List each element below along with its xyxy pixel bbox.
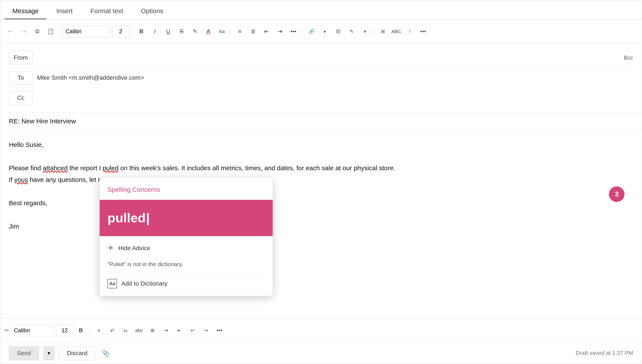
highlight2-dropdown-button[interactable]: ▾ [359, 26, 371, 37]
format-paste-button[interactable]: 📋 [45, 26, 57, 37]
highlight2-button[interactable]: ✎ [346, 26, 358, 37]
misspelled-word-2[interactable]: puled [103, 164, 119, 172]
separator-5 [374, 27, 374, 36]
misspelled-word-3[interactable]: yous [14, 176, 28, 183]
eye-icon: 👁 [108, 242, 114, 254]
bottom-format-clear-button[interactable]: abc [133, 325, 145, 336]
body-text-after: on this week's sales. It includes all me… [119, 164, 395, 172]
bottom-superscript-button[interactable]: x² [106, 325, 118, 336]
bottom-undo-button[interactable]: ↩ [187, 325, 198, 336]
bottom-redo-button[interactable]: ↪ [200, 325, 212, 336]
send-dropdown-button[interactable]: ▾ [43, 346, 55, 360]
to-value: Mike Smith <m.smith@addendive.com> [37, 74, 633, 81]
toolbar: ↩ ↪ ⧉ 📋 B I U S ✎ A Aa ≡ ≣ ⇤ ⇥ ••• 🔗 ▾ ⛓… [0, 20, 642, 44]
strikethrough-button[interactable]: S [176, 26, 187, 37]
format-painter-button[interactable]: Aa [216, 26, 228, 37]
from-field: From Bcc [9, 48, 633, 68]
to-button[interactable]: To [9, 71, 33, 85]
tab-bar: Message Insert Format text Options [0, 0, 642, 20]
bold-button[interactable]: B [136, 26, 147, 37]
hide-advice-label: Hide Advice [118, 243, 150, 254]
link-button[interactable]: 🔗 [305, 26, 317, 37]
to-field: To Mike Smith <m.smith@addendive.com> [9, 68, 633, 88]
spell-count-badge[interactable]: 3 [609, 186, 624, 202]
decrease-indent-button[interactable]: ⇤ [261, 26, 272, 37]
separator-4 [302, 27, 302, 36]
discard-button[interactable]: Discard [59, 346, 95, 360]
draft-status: Draft saved at 1:37 PM [576, 350, 633, 356]
unlink-button[interactable]: ⛓ [332, 26, 344, 37]
table-button[interactable]: ⊞ [377, 26, 389, 37]
undo-button[interactable]: ↩ [5, 26, 16, 37]
tab-format-text[interactable]: Format text [83, 4, 131, 19]
dictionary-icon: Aa [108, 279, 117, 288]
add-to-dictionary-button[interactable]: Aa Add to Dictionary [100, 273, 273, 296]
bottom-tab2-button[interactable]: ⇤ [173, 325, 185, 336]
toolbar-more-button[interactable]: ••• [417, 26, 429, 37]
pen-icon: ✏ [5, 327, 9, 334]
spelling-suggestion-button[interactable]: pulled | [100, 200, 273, 236]
highlight-button[interactable]: ✎ [189, 26, 201, 37]
from-button[interactable]: From [9, 51, 33, 64]
add-dictionary-label: Add to Dictionary [121, 278, 167, 289]
copy-button[interactable]: ⧉ [31, 26, 43, 37]
numbering-button[interactable]: ≣ [247, 26, 259, 37]
bottom-sep-1 [90, 326, 90, 335]
body-text-before-misspell1: Please find [9, 164, 43, 172]
spelling-popup-title: Spelling Concerns [100, 178, 273, 200]
underline-button[interactable]: U [162, 26, 174, 37]
italic-button[interactable]: I [149, 26, 161, 37]
email-header: From Bcc To Mike Smith <m.smith@addendiv… [0, 44, 642, 112]
attach-button[interactable]: 📎 [100, 347, 111, 359]
spelling-popup: Spelling Concerns pulled | 👁 Hide Advice… [100, 178, 273, 296]
body-text-if: If [9, 176, 14, 183]
cc-button[interactable]: Cc [9, 91, 33, 105]
misspelled-word-1[interactable]: attahced [43, 164, 68, 172]
font-size-input[interactable] [112, 26, 129, 37]
cc-field: Cc [9, 88, 633, 108]
tab-message[interactable]: Message [5, 4, 47, 19]
bottom-bold-button[interactable]: B [75, 325, 87, 336]
increase-indent-button[interactable]: ⇥ [274, 26, 286, 37]
footer: Send ▾ Discard 📎 Draft saved at 1:37 PM [0, 342, 642, 364]
bottom-align-button[interactable]: ≡ [93, 325, 105, 336]
link-dropdown-button[interactable]: ▾ [319, 26, 331, 37]
tab-insert[interactable]: Insert [49, 4, 81, 19]
separator-1 [60, 27, 60, 36]
bottom-font-input[interactable] [11, 325, 54, 336]
bottom-toolbar: ✏ B ≡ x² x₂ abc ⊞ ⇥ ⇤ ↩ ↪ ••• [0, 318, 642, 342]
bottom-more-button[interactable]: ••• [214, 325, 225, 336]
body-paragraph: Please find attahced the report I puled … [9, 162, 633, 174]
bottom-subscript-button[interactable]: x₂ [120, 325, 131, 336]
subject-line: RE: New Hire Interview [0, 112, 642, 130]
priority-button[interactable]: ! [404, 26, 416, 37]
send-button[interactable]: Send [9, 346, 39, 360]
suggestion-text: pulled [108, 206, 146, 230]
bottom-insert-button[interactable]: ⊞ [147, 325, 158, 336]
cursor-indicator: | [146, 206, 150, 230]
body-text-after-3: have any questions, let m [28, 176, 103, 183]
greeting-line: Hello Susie, [9, 139, 633, 150]
separator-2 [132, 27, 133, 36]
bottom-size-input[interactable] [56, 325, 73, 336]
bcc-button[interactable]: Bcc [624, 54, 633, 61]
tab-options[interactable]: Options [133, 4, 171, 19]
hide-advice-button[interactable]: 👁 Hide Advice [100, 236, 273, 260]
email-body[interactable]: Hello Susie, Please find attahced the re… [0, 130, 642, 318]
bottom-tab-button[interactable]: ⇥ [160, 325, 172, 336]
separator-3 [231, 27, 231, 36]
spellcheck-button[interactable]: ABC [391, 26, 402, 37]
body-text-mid: the report I [68, 164, 103, 172]
font-color-button[interactable]: A [203, 26, 214, 37]
spelling-description: "Puled" is not in the dictionary. [100, 260, 273, 273]
font-family-input[interactable] [63, 26, 110, 37]
more-button[interactable]: ••• [287, 26, 299, 37]
bullets-button[interactable]: ≡ [234, 26, 246, 37]
redo-button[interactable]: ↪ [18, 26, 30, 37]
